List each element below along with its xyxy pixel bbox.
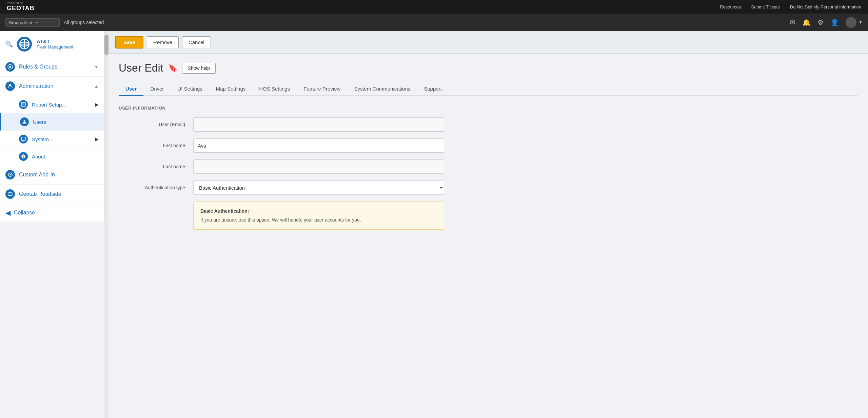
top-nav: Resources Submit Tickets Do Not Sell My … xyxy=(720,4,861,10)
sidebar-item-label: Rules & Groups xyxy=(19,64,90,70)
auth-type-label: Authentication type: xyxy=(119,185,186,190)
tabs: User Driver UI Settings Map Settings HOS… xyxy=(119,82,858,96)
content-area: Save Remove Cancel User Edit 🔖 Show help… xyxy=(108,31,868,418)
geotab-brand: Powered by GEOTAB xyxy=(7,2,35,12)
sidebar-item-rules-groups[interactable]: Rules & Groups ▼ xyxy=(0,57,104,77)
sidebar-item-label: Custom Add-In xyxy=(19,172,99,178)
auth-type-select[interactable]: Basic Authentication MyAdmin Authenticat… xyxy=(193,180,444,195)
svg-point-6 xyxy=(9,66,11,68)
sidebar-item-report-setup[interactable]: Report Setup... ▶ xyxy=(0,96,104,113)
groups-bar-right: ✉ 🔔 ⚙ 👤 ▼ xyxy=(790,17,863,28)
cancel-button[interactable]: Cancel xyxy=(182,36,211,48)
tab-hos-settings[interactable]: HOS Settings xyxy=(252,82,297,96)
chevron-right-icon: ▶ xyxy=(95,136,99,142)
email-field[interactable] xyxy=(193,117,444,132)
resources-link[interactable]: Resources xyxy=(720,4,741,10)
sidebar-logo: AT&T Fleet Management xyxy=(16,36,73,52)
all-groups-text: All groups selected xyxy=(64,20,104,25)
do-not-sell-link[interactable]: Do Not Sell My Personal Information xyxy=(790,4,861,10)
svg-text:i: i xyxy=(23,155,24,158)
firstname-label: First name: xyxy=(119,143,186,148)
chevron-down-icon: ▼ xyxy=(35,21,39,24)
att-logo xyxy=(16,36,33,52)
brand-logo: Powered by GEOTAB xyxy=(7,2,35,12)
svg-point-20 xyxy=(11,195,12,196)
email-label: User (Email): xyxy=(119,122,186,127)
form-row-lastname: Last name: xyxy=(119,159,858,174)
groups-filter-label: Groups filter xyxy=(8,20,33,25)
firstname-field[interactable] xyxy=(193,138,444,153)
submit-tickets-link[interactable]: Submit Tickets xyxy=(751,4,780,10)
search-icon[interactable]: 🔍 xyxy=(5,40,13,48)
sidebar-item-about[interactable]: i About xyxy=(0,148,104,165)
info-box-title: Basic Authentication: xyxy=(200,207,437,215)
chevron-down-icon: ▼ xyxy=(94,64,99,70)
svg-point-19 xyxy=(9,195,10,196)
user-icon[interactable]: 👤 xyxy=(830,18,839,26)
lastname-field[interactable] xyxy=(193,159,444,174)
form-row-firstname: First name: xyxy=(119,138,858,153)
users-icon xyxy=(20,117,29,126)
page-content: User Edit 🔖 Show help User Driver UI Set… xyxy=(108,54,868,418)
sidebar-company-name: AT&T xyxy=(37,38,73,45)
sidebar-item-administration[interactable]: Administration ▲ xyxy=(0,77,104,96)
tab-support[interactable]: Support xyxy=(417,82,449,96)
powered-by-text: Powered by xyxy=(7,2,23,5)
sidebar-scrollbar[interactable] xyxy=(104,31,108,418)
sidebar-item-label: Users xyxy=(33,119,99,125)
sidebar-item-label: Report Setup... xyxy=(32,102,91,108)
gear-icon[interactable]: ⚙ xyxy=(817,18,824,26)
sidebar-company-subtitle: Fleet Management xyxy=(37,44,73,50)
auth-info-box: Basic Authentication: If you are unsure,… xyxy=(193,202,444,230)
sidebar-item-users[interactable]: Users xyxy=(0,113,104,131)
sidebar-item-geotab-roadside[interactable]: Geotab Roadside xyxy=(0,185,104,204)
sidebar: 🔍 AT&T Fleet Management xyxy=(0,31,104,222)
chevron-down-icon: ▼ xyxy=(859,20,863,25)
remove-button[interactable]: Remove xyxy=(147,36,179,48)
groups-filter-select[interactable]: Groups filter ▼ xyxy=(5,18,60,27)
tab-system-communications[interactable]: System Communications xyxy=(347,82,417,96)
chevron-up-icon: ▲ xyxy=(94,83,99,89)
page-title-row: User Edit 🔖 Show help xyxy=(119,62,858,74)
lastname-label: Last name: xyxy=(119,164,186,169)
chevron-right-icon: ▶ xyxy=(95,102,99,107)
top-bar: Powered by GEOTAB Resources Submit Ticke… xyxy=(0,0,868,14)
svg-point-17 xyxy=(9,174,11,175)
svg-rect-18 xyxy=(8,193,12,195)
sidebar-item-label: Geotab Roadside xyxy=(19,191,99,197)
sidebar-scrollbar-thumb xyxy=(104,35,108,55)
mail-icon[interactable]: ✉ xyxy=(790,18,795,26)
user-menu[interactable]: ▼ xyxy=(846,17,863,28)
tab-ui-settings[interactable]: UI Settings xyxy=(171,82,209,96)
save-button[interactable]: Save xyxy=(115,36,143,49)
section-title: USER INFORMATION xyxy=(119,106,858,111)
form-row-email: User (Email): xyxy=(119,117,858,132)
rules-groups-icon xyxy=(5,62,15,72)
sidebar-item-system[interactable]: System... ▶ xyxy=(0,131,104,148)
sidebar-item-label: Administration xyxy=(19,83,90,89)
about-icon: i xyxy=(19,152,28,161)
bell-icon[interactable]: 🔔 xyxy=(802,18,811,26)
tab-driver[interactable]: Driver xyxy=(143,82,171,96)
form-row-auth-type: Authentication type: Basic Authenticatio… xyxy=(119,180,858,195)
bookmark-icon[interactable]: 🔖 xyxy=(168,64,177,73)
report-setup-icon xyxy=(19,100,28,109)
sidebar-search-row: 🔍 AT&T Fleet Management xyxy=(0,31,104,57)
collapse-icon: ◀ xyxy=(5,209,11,217)
svg-rect-12 xyxy=(21,137,25,140)
user-avatar xyxy=(846,17,856,28)
tab-map-settings[interactable]: Map Settings xyxy=(209,82,253,96)
collapse-button[interactable]: ◀ Collapse xyxy=(0,204,104,222)
tab-feature-preview[interactable]: Feature Preview xyxy=(297,82,347,96)
sidebar-item-custom-add-in[interactable]: Custom Add-In xyxy=(0,165,104,185)
collapse-label: Collapse xyxy=(14,210,35,216)
svg-rect-8 xyxy=(21,102,25,107)
system-icon xyxy=(19,135,28,144)
custom-add-in-icon xyxy=(5,170,15,179)
show-help-button[interactable]: Show help xyxy=(182,63,216,74)
info-box-text: If you are unsure, use this option. We w… xyxy=(200,217,361,223)
groups-filter-bar: Groups filter ▼ All groups selected ✉ 🔔 … xyxy=(0,14,868,31)
tab-user[interactable]: User xyxy=(119,82,143,96)
sidebar-wrapper: 🔍 AT&T Fleet Management xyxy=(0,31,108,418)
geotab-roadside-icon xyxy=(5,189,15,199)
